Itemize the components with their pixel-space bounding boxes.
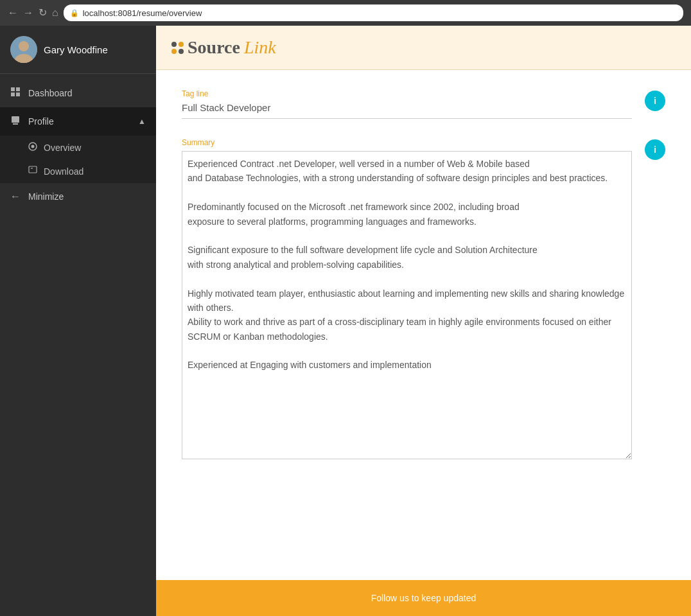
minimize-label: Minimize [28,191,64,202]
logo-dot-3 [171,49,177,54]
main-content: SourceLink Tag line Full Stack Developer… [156,26,691,616]
app-header: SourceLink [156,26,691,70]
sidebar-item-download[interactable]: Download [0,159,156,183]
avatar [10,36,37,63]
lock-icon: 🔒 [70,9,79,17]
logo-text-source: Source [188,37,240,58]
profile-submenu: Overview Download [0,136,156,183]
tagline-fields: Tag line Full Stack Developer [182,89,632,119]
svg-rect-4 [16,87,20,91]
tagline-info-button[interactable]: i [645,91,665,111]
summary-label: Summary [182,138,632,147]
dashboard-icon [10,87,21,100]
logo-dot-4 [179,49,184,54]
svg-rect-8 [13,123,18,125]
dashboard-label: Dashboard [28,88,73,98]
svg-rect-7 [12,116,19,123]
summary-section: Summary Experienced Contract .net Develo… [182,138,665,462]
summary-fields: Summary Experienced Contract .net Develo… [182,138,632,462]
sidebar-item-dashboard[interactable]: Dashboard [0,79,156,107]
svg-rect-11 [29,166,37,173]
summary-textarea[interactable]: Experienced Contract .net Developer, wel… [182,151,632,459]
reload-button[interactable]: ↻ [39,8,47,18]
logo-dot-2 [179,42,184,47]
sidebar-item-profile[interactable]: Profile ▲ [0,107,156,136]
download-label: Download [44,166,83,177]
address-bar[interactable]: 🔒 localhost:8081/resume/overview [64,4,683,21]
profile-left: Profile [10,115,54,128]
tagline-label: Tag line [182,89,632,98]
footer-text: Follow us to keep updated [371,593,476,603]
back-button[interactable]: ← [8,8,18,18]
sidebar-navigation: Dashboard Profile ▲ Overview [0,74,156,215]
svg-point-1 [19,41,29,51]
sidebar-username: Gary Woodfine [44,44,108,55]
sidebar-user-section: Gary Woodfine [0,26,156,74]
svg-point-10 [31,145,35,148]
logo-dots [171,42,184,54]
overview-icon [28,142,37,153]
download-icon [28,166,37,177]
app-footer: Follow us to keep updated [156,580,691,616]
content-area: Tag line Full Stack Developer i Summary … [156,70,691,580]
summary-info-button[interactable]: i [645,139,665,160]
url-text: localhost:8081/resume/overview [83,8,202,18]
home-button[interactable]: ⌂ [52,8,58,18]
svg-rect-6 [16,92,20,96]
logo-text-link: Link [244,37,276,58]
logo-dot-1 [171,42,177,47]
browser-chrome: ← → ↻ ⌂ 🔒 localhost:8081/resume/overview [0,0,691,26]
forward-button[interactable]: → [23,8,33,18]
sidebar-item-overview[interactable]: Overview [0,136,156,159]
profile-label: Profile [28,116,54,127]
tagline-section: Tag line Full Stack Developer i [182,89,665,119]
overview-label: Overview [44,143,81,153]
app-container: Gary Woodfine Dashboard Profile ▲ [0,26,691,616]
svg-rect-3 [11,87,15,91]
profile-icon [10,115,21,128]
svg-rect-5 [11,92,15,96]
minimize-icon: ← [10,191,21,202]
tagline-value: Full Stack Developer [182,102,632,119]
logo: SourceLink [171,37,676,58]
sidebar: Gary Woodfine Dashboard Profile ▲ [0,26,156,616]
chevron-up-icon: ▲ [138,117,146,126]
sidebar-item-minimize[interactable]: ← Minimize [0,183,156,210]
